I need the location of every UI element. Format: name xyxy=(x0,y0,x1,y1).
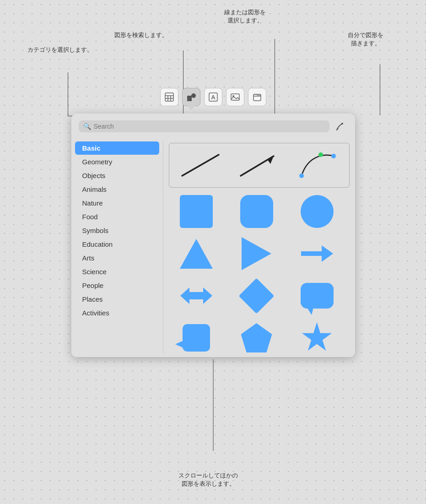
sidebar-item-education[interactable]: Education xyxy=(75,238,159,251)
svg-line-13 xyxy=(182,155,219,176)
table-button[interactable] xyxy=(160,88,178,106)
annotation-line-scroll xyxy=(213,359,213,451)
search-input-wrapper: 🔍 xyxy=(79,120,329,132)
annotation-draw: 自分で図形を 描きます。 xyxy=(348,31,383,48)
shape-square[interactable] xyxy=(169,193,224,230)
shapes-panel: 🔍 Basic Geometry Objects Animals xyxy=(71,114,355,357)
shape-triangle-up[interactable] xyxy=(169,235,224,272)
sidebar-item-science[interactable]: Science xyxy=(75,265,159,278)
shapes-button[interactable] xyxy=(182,88,200,106)
shape-callout-square[interactable] xyxy=(169,320,224,356)
shape-double-arrow[interactable] xyxy=(169,277,224,314)
shape-arrow-right[interactable] xyxy=(290,235,345,272)
shape-circle[interactable] xyxy=(290,193,345,230)
lines-container xyxy=(169,143,350,188)
sidebar-item-objects[interactable]: Objects xyxy=(75,169,159,182)
svg-point-12 xyxy=(341,123,343,125)
file-button[interactable] xyxy=(248,88,266,106)
panel-arrow xyxy=(188,106,195,110)
svg-point-17 xyxy=(331,154,336,158)
svg-rect-9 xyxy=(231,94,239,100)
shape-diamond[interactable] xyxy=(229,277,284,314)
toolbar: A xyxy=(160,88,266,106)
pen-button[interactable] xyxy=(333,119,348,134)
panel-body: Basic Geometry Objects Animals Nature Fo… xyxy=(71,137,355,357)
shape-pentagon[interactable] xyxy=(229,320,284,356)
media-button[interactable] xyxy=(226,88,244,106)
sidebar-item-geometry[interactable]: Geometry xyxy=(75,155,159,168)
annotation-line-draw xyxy=(380,64,380,115)
svg-text:A: A xyxy=(211,94,216,101)
shapes-grid xyxy=(163,137,355,357)
sidebar-item-places[interactable]: Places xyxy=(75,293,159,306)
annotation-line-lineshape xyxy=(275,39,275,119)
shape-bezier-curve[interactable] xyxy=(290,147,345,184)
search-bar: 🔍 xyxy=(71,114,355,137)
annotation-scroll: スクロールしてほかの 図形を表示します。 xyxy=(178,471,238,488)
search-icon: 🔍 xyxy=(83,123,91,130)
shape-diagonal-line[interactable] xyxy=(173,147,228,184)
sidebar-item-people[interactable]: People xyxy=(75,279,159,292)
shape-triangle-right[interactable] xyxy=(229,235,284,272)
svg-rect-5 xyxy=(187,96,192,101)
sidebar-item-food[interactable]: Food xyxy=(75,210,159,223)
shape-star[interactable] xyxy=(290,320,345,356)
shape-arrow-line[interactable] xyxy=(232,147,286,184)
sidebar-item-symbols[interactable]: Symbols xyxy=(75,224,159,237)
shapes-row-4 xyxy=(169,277,350,314)
sidebar-item-basic[interactable]: Basic xyxy=(75,141,159,155)
svg-rect-0 xyxy=(165,93,173,101)
shapes-row-2 xyxy=(169,193,350,230)
shapes-row-3 xyxy=(169,235,350,272)
search-input[interactable] xyxy=(94,123,325,130)
annotation-line-category xyxy=(68,72,68,116)
shape-speech-bubble[interactable] xyxy=(290,277,345,314)
svg-point-16 xyxy=(299,173,304,178)
annotation-category: カテゴリを選択します。 xyxy=(27,46,93,54)
sidebar-item-nature[interactable]: Nature xyxy=(75,196,159,210)
sidebar: Basic Geometry Objects Animals Nature Fo… xyxy=(71,137,163,357)
svg-point-6 xyxy=(191,93,196,98)
sidebar-item-arts[interactable]: Arts xyxy=(75,251,159,265)
annotation-search: 図形を検索します。 xyxy=(114,31,168,39)
sidebar-item-activities[interactable]: Activities xyxy=(75,306,159,320)
sidebar-item-animals[interactable]: Animals xyxy=(75,183,159,196)
shape-rounded-rect[interactable] xyxy=(229,193,284,230)
shapes-row-5 xyxy=(169,320,350,356)
annotation-lineshape: 線または図形を 選択します。 xyxy=(224,8,266,25)
svg-point-18 xyxy=(318,152,323,157)
text-button[interactable]: A xyxy=(204,88,222,106)
